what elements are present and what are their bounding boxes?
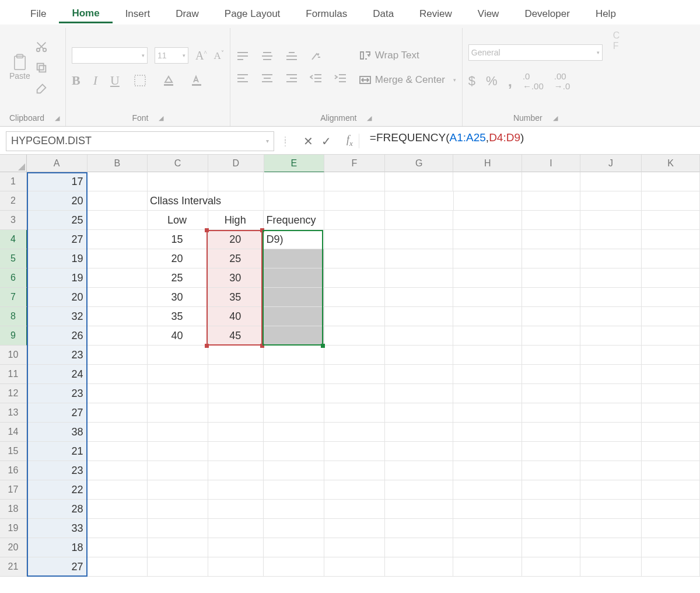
cell[interactable] xyxy=(522,423,580,442)
cell[interactable] xyxy=(87,211,148,230)
cell[interactable]: High xyxy=(208,211,264,230)
cell[interactable] xyxy=(208,519,264,538)
col-header-B[interactable]: B xyxy=(88,155,148,172)
cell[interactable] xyxy=(580,384,642,403)
cell[interactable] xyxy=(642,326,700,346)
col-header-J[interactable]: J xyxy=(580,155,642,172)
cell[interactable] xyxy=(264,365,324,384)
cell[interactable] xyxy=(642,500,700,519)
cell[interactable] xyxy=(642,249,700,268)
cell[interactable]: 32 xyxy=(27,307,88,326)
cell[interactable] xyxy=(385,249,454,268)
cell[interactable] xyxy=(264,461,324,480)
cell[interactable] xyxy=(642,307,700,326)
cell[interactable] xyxy=(264,500,324,519)
cell[interactable] xyxy=(87,346,148,365)
tab-review[interactable]: Review xyxy=(407,2,465,22)
cell[interactable] xyxy=(385,442,454,461)
cell[interactable] xyxy=(264,268,324,288)
tab-draw[interactable]: Draw xyxy=(163,2,212,22)
cell[interactable] xyxy=(208,442,264,461)
tab-view[interactable]: View xyxy=(465,2,512,22)
col-header-D[interactable]: D xyxy=(208,155,264,172)
cell[interactable] xyxy=(87,480,148,500)
cell[interactable] xyxy=(87,191,148,211)
shrink-font-button[interactable]: A˅ xyxy=(214,50,224,62)
cell[interactable] xyxy=(264,423,324,442)
cell[interactable] xyxy=(453,211,522,230)
cell[interactable] xyxy=(522,538,580,557)
cell[interactable] xyxy=(148,346,208,365)
cell[interactable] xyxy=(87,326,148,346)
fx-icon[interactable]: fx xyxy=(341,134,359,148)
cell[interactable] xyxy=(264,384,324,403)
tab-formulas[interactable]: Formulas xyxy=(293,2,360,22)
cell[interactable] xyxy=(642,288,700,307)
cell[interactable] xyxy=(642,211,700,230)
accounting-format-button[interactable]: $ xyxy=(468,74,475,89)
cell[interactable] xyxy=(264,480,324,500)
cell[interactable] xyxy=(385,172,454,191)
cell[interactable] xyxy=(148,423,208,442)
cell[interactable] xyxy=(522,403,580,423)
cell[interactable] xyxy=(87,423,148,442)
cell[interactable] xyxy=(87,461,148,480)
cell[interactable]: 45 xyxy=(208,326,264,346)
cell[interactable] xyxy=(264,442,324,461)
bold-button[interactable]: B xyxy=(72,73,80,88)
cell[interactable] xyxy=(522,461,580,480)
cell[interactable]: Frequency xyxy=(264,211,324,230)
cell[interactable] xyxy=(385,480,454,500)
cell[interactable] xyxy=(87,288,148,307)
cell[interactable] xyxy=(522,500,580,519)
cell[interactable] xyxy=(148,461,208,480)
cell[interactable]: 30 xyxy=(148,288,208,307)
cell[interactable] xyxy=(580,230,642,249)
cell[interactable] xyxy=(87,249,148,268)
cell[interactable]: 40 xyxy=(148,326,208,346)
cancel-formula-button[interactable]: ✕ xyxy=(303,134,313,148)
cell[interactable] xyxy=(324,365,385,384)
cell[interactable] xyxy=(264,538,324,557)
row-header[interactable]: 8 xyxy=(0,307,27,326)
cell[interactable] xyxy=(453,307,522,326)
cell[interactable] xyxy=(87,519,148,538)
paste-button[interactable]: Paste xyxy=(9,55,30,81)
row-header[interactable]: 20 xyxy=(0,538,27,557)
tab-help[interactable]: Help xyxy=(583,2,629,22)
cell[interactable] xyxy=(580,442,642,461)
cell[interactable] xyxy=(642,384,700,403)
cell[interactable] xyxy=(148,500,208,519)
cell[interactable] xyxy=(87,557,148,577)
cell[interactable] xyxy=(148,365,208,384)
cell[interactable]: 20 xyxy=(27,191,88,211)
cell[interactable] xyxy=(580,288,642,307)
cell[interactable]: 20 xyxy=(208,230,264,249)
cell[interactable] xyxy=(264,346,324,365)
cell[interactable] xyxy=(385,500,454,519)
cell[interactable] xyxy=(522,384,580,403)
row-header[interactable]: 14 xyxy=(0,423,27,442)
cell[interactable] xyxy=(385,365,454,384)
grow-font-button[interactable]: A^ xyxy=(195,49,207,62)
cell[interactable] xyxy=(580,500,642,519)
cell[interactable] xyxy=(522,230,580,249)
cell[interactable] xyxy=(642,191,700,211)
resize-handle-icon[interactable]: ⋮⋮ xyxy=(278,138,294,145)
cell[interactable] xyxy=(580,268,642,288)
cell[interactable] xyxy=(324,403,385,423)
cell[interactable] xyxy=(580,307,642,326)
cell[interactable] xyxy=(453,500,522,519)
row-header[interactable]: 13 xyxy=(0,403,27,423)
format-painter-icon[interactable] xyxy=(34,81,49,96)
cell[interactable]: 27 xyxy=(27,403,88,423)
cell[interactable] xyxy=(453,365,522,384)
cell[interactable] xyxy=(385,557,454,577)
cell[interactable]: D9) xyxy=(264,230,324,249)
align-top-icon[interactable] xyxy=(236,51,249,62)
cell[interactable] xyxy=(580,326,642,346)
cell[interactable]: 25 xyxy=(148,268,208,288)
cell[interactable] xyxy=(385,326,454,346)
cell[interactable]: 40 xyxy=(208,307,264,326)
cell[interactable] xyxy=(453,326,522,346)
